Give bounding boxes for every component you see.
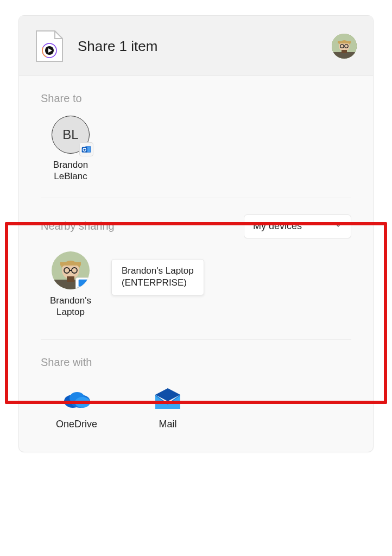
device-brandons-laptop[interactable]: Brandon's Laptop <box>41 251 100 318</box>
app-label: OneDrive <box>56 419 97 430</box>
svg-rect-18 <box>60 262 81 266</box>
contact-brandon-leblanc[interactable]: BL Brandon LeBlanc <box>41 116 100 182</box>
device-tooltip: Brandon's Laptop (ENTERPRISE) <box>111 259 204 296</box>
mail-icon <box>153 387 182 411</box>
contact-avatar: BL <box>52 116 90 154</box>
dialog-header: Share 1 item <box>19 16 373 76</box>
nearby-scope-dropdown[interactable]: My devices <box>244 214 351 238</box>
app-onedrive[interactable]: OneDrive <box>41 387 112 430</box>
svg-rect-24 <box>77 286 90 288</box>
contact-list: BL Brandon LeBlanc <box>41 116 351 187</box>
nearby-sharing-section: Nearby sharing My devices <box>19 214 373 329</box>
svg-rect-23 <box>79 279 89 286</box>
app-label: Mail <box>159 419 176 430</box>
device-name: Brandon's Laptop <box>50 295 91 318</box>
laptop-icon <box>75 277 90 289</box>
divider <box>41 339 351 340</box>
svg-point-28 <box>75 397 90 408</box>
nearby-sharing-heading: Nearby sharing <box>41 220 115 232</box>
onedrive-icon <box>62 387 91 411</box>
share-with-section: Share with OneDrive <box>19 356 373 452</box>
user-avatar[interactable] <box>332 34 357 59</box>
outlook-icon <box>79 142 93 156</box>
dialog-title: Share 1 item <box>78 38 318 55</box>
contact-name: Brandon LeBlanc <box>53 159 88 182</box>
svg-rect-8 <box>342 50 347 53</box>
chevron-down-icon <box>334 220 342 232</box>
svg-rect-19 <box>67 276 74 282</box>
share-with-heading: Share with <box>41 356 351 369</box>
device-list: Brandon's Laptop Brandon's Laptop (ENTER… <box>41 251 351 329</box>
divider <box>41 198 351 198</box>
file-icon <box>35 30 64 62</box>
app-mail[interactable]: Mail <box>132 387 204 430</box>
device-owner-avatar <box>52 251 90 289</box>
svg-rect-7 <box>338 41 351 43</box>
svg-rect-13 <box>82 147 87 153</box>
dropdown-label: My devices <box>253 220 302 232</box>
share-dialog: Share 1 item Share to BL <box>18 15 374 452</box>
share-to-heading: Share to <box>41 92 351 105</box>
contact-initials: BL <box>62 127 78 142</box>
share-to-section: Share to BL Brandon LeB <box>19 92 373 187</box>
app-list: OneDrive Mail <box>41 380 351 452</box>
